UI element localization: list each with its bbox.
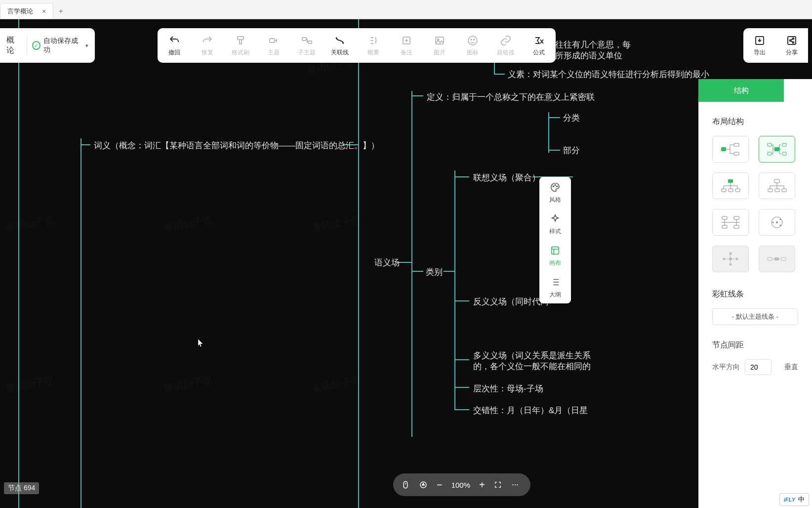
svg-point-17 bbox=[557, 186, 558, 187]
node[interactable]: 类别 bbox=[426, 266, 443, 278]
panel-tab-structure[interactable]: 结构 bbox=[698, 79, 784, 102]
svg-rect-52 bbox=[404, 481, 407, 488]
node[interactable]: 往往有几个意思，每 bbox=[555, 39, 631, 50]
connector bbox=[454, 387, 469, 388]
node[interactable]: 义素：对词某个义位的语义特征进行分析后得到的最小 bbox=[508, 69, 709, 80]
topic-button[interactable]: 主题 bbox=[257, 28, 290, 63]
layout-right[interactable] bbox=[712, 136, 749, 163]
relation-icon bbox=[334, 35, 346, 46]
node[interactable]: 语义场 bbox=[374, 257, 400, 268]
node[interactable]: 多义义场（词义关系是派生关系 bbox=[473, 350, 591, 361]
svg-rect-27 bbox=[728, 179, 733, 183]
node[interactable]: 的，各个义位一般不能在相同的 bbox=[473, 361, 591, 372]
export-icon bbox=[754, 35, 766, 46]
svg-point-7 bbox=[468, 36, 477, 45]
h-spacing-label: 水平方向 bbox=[712, 363, 740, 372]
list-icon bbox=[550, 277, 561, 289]
watermark: 童话仙子弦 bbox=[162, 213, 213, 235]
svg-rect-21 bbox=[734, 152, 739, 155]
connector bbox=[454, 409, 469, 410]
icon-button[interactable]: 图标 bbox=[456, 28, 489, 63]
node[interactable]: 所形成的语义单位 bbox=[555, 50, 622, 61]
add-tab-button[interactable]: + bbox=[53, 4, 68, 19]
svg-point-56 bbox=[517, 484, 518, 485]
format-button[interactable]: 样式 bbox=[539, 209, 571, 240]
export-button[interactable]: 导出 bbox=[743, 28, 776, 63]
svg-rect-23 bbox=[768, 143, 771, 146]
mouse-icon[interactable] bbox=[401, 480, 410, 489]
locate-icon[interactable] bbox=[419, 480, 428, 489]
tab-bar: 言学概论 × + bbox=[0, 0, 812, 19]
canvas-button[interactable]: 画布 bbox=[539, 240, 571, 272]
h-spacing-input[interactable] bbox=[745, 359, 771, 375]
svg-rect-11 bbox=[788, 37, 796, 44]
svg-rect-2 bbox=[302, 38, 306, 41]
layout-grid bbox=[712, 136, 798, 272]
brush-icon bbox=[235, 35, 246, 46]
sparkle-icon bbox=[550, 213, 561, 226]
layout-star[interactable] bbox=[712, 246, 749, 272]
layout-icon bbox=[550, 245, 561, 257]
image-button[interactable]: 图片 bbox=[423, 28, 456, 63]
share-button[interactable]: 分享 bbox=[776, 28, 809, 63]
summary-button[interactable]: 概要 bbox=[357, 28, 390, 63]
outline-button[interactable]: 大纲 bbox=[539, 272, 571, 303]
relation-button[interactable]: 关联线 bbox=[324, 28, 357, 63]
autosave-label: 自动保存成功 bbox=[43, 37, 82, 54]
layout-org-color[interactable] bbox=[712, 172, 749, 199]
connector bbox=[411, 95, 423, 96]
fullscreen-icon[interactable] bbox=[494, 481, 502, 489]
node[interactable]: 分类 bbox=[563, 112, 580, 124]
canvas[interactable]: 童话仙子弦 童话仙子弦 童话仙子弦 童话仙子弦 童话仙子弦 童话仙子弦 童话仙子… bbox=[0, 19, 812, 508]
palette-icon bbox=[550, 182, 561, 194]
node[interactable]: 层次性：母场-子场 bbox=[473, 383, 543, 394]
connector bbox=[454, 300, 469, 301]
svg-rect-36 bbox=[734, 216, 739, 219]
svg-rect-34 bbox=[782, 189, 786, 192]
note-button[interactable]: 备注 bbox=[390, 28, 423, 63]
rainbow-select[interactable]: - 默认主题线条 - bbox=[712, 308, 798, 325]
undo-icon bbox=[168, 35, 180, 46]
hyperlink-button[interactable]: 超链接 bbox=[489, 28, 523, 63]
node[interactable]: 交错性：月（日年）&月（日星 bbox=[473, 405, 588, 416]
svg-point-54 bbox=[512, 484, 513, 485]
connector bbox=[548, 117, 560, 118]
svg-point-8 bbox=[471, 39, 472, 40]
tab[interactable]: 言学概论 × bbox=[0, 3, 53, 19]
layout-radial[interactable] bbox=[759, 209, 795, 236]
subtopic-button[interactable]: 子主题 bbox=[290, 28, 324, 63]
undo-button[interactable]: 撤回 bbox=[158, 28, 191, 63]
node[interactable]: 联想义场（聚合） bbox=[473, 172, 540, 183]
connector bbox=[411, 91, 412, 437]
node-count-badge: 节点 694 bbox=[4, 482, 39, 494]
zoom-out-button[interactable]: − bbox=[437, 479, 443, 491]
watermark: 童话仙子弦 bbox=[310, 374, 361, 395]
close-icon[interactable]: × bbox=[42, 7, 46, 15]
layout-linear[interactable] bbox=[759, 246, 795, 272]
svg-rect-38 bbox=[734, 225, 739, 228]
formula-button[interactable]: 公式 bbox=[523, 28, 556, 63]
zoom-in-button[interactable]: + bbox=[479, 479, 485, 491]
style-button[interactable]: 风格 bbox=[539, 177, 571, 209]
layout-timeline[interactable] bbox=[712, 209, 749, 236]
svg-rect-31 bbox=[774, 179, 779, 183]
node[interactable]: 反义义场（同时代同 bbox=[473, 296, 549, 307]
formula-icon bbox=[533, 35, 545, 46]
node-main[interactable]: 词义（概念：词汇【某种语言全部词和词的等价物——固定词语的总汇。】） bbox=[94, 140, 379, 151]
node[interactable]: 定义：归属于一个总称之下的在意义上紧密联 bbox=[427, 91, 595, 103]
watermark: 童话仙子弦 bbox=[4, 213, 55, 235]
format-brush-button[interactable]: 格式刷 bbox=[224, 28, 257, 63]
layout-both[interactable] bbox=[759, 136, 795, 163]
node[interactable]: 部分 bbox=[563, 145, 580, 156]
layout-org[interactable] bbox=[759, 172, 795, 199]
svg-rect-29 bbox=[729, 189, 733, 192]
ime-indicator[interactable]: iFLY 中 bbox=[779, 493, 809, 506]
connector bbox=[398, 262, 411, 263]
autosave-status[interactable]: ✓ 自动保存成功 ▾ bbox=[32, 37, 88, 54]
redo-button[interactable]: 恢复 bbox=[191, 28, 224, 63]
more-icon[interactable] bbox=[511, 480, 520, 489]
summary-icon bbox=[367, 35, 379, 46]
connector bbox=[81, 138, 81, 508]
connector bbox=[454, 170, 455, 410]
chevron-down-icon: ▾ bbox=[85, 42, 88, 49]
